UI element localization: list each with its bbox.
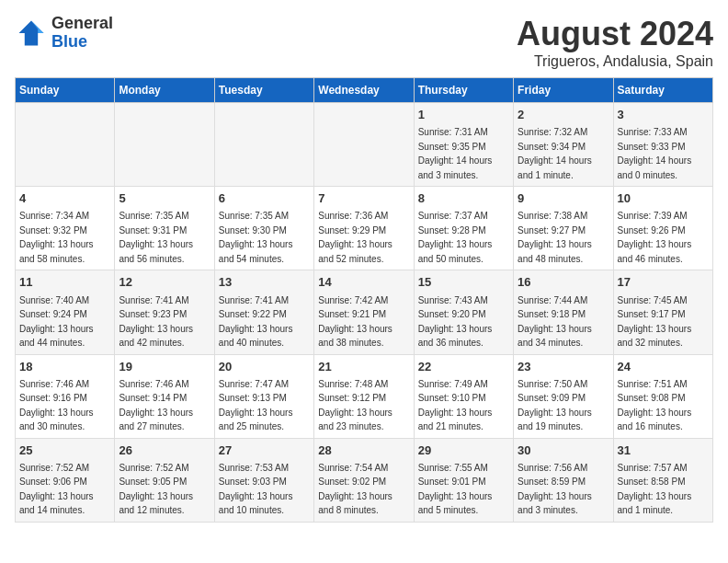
day-number: 2 bbox=[518, 107, 609, 123]
week-row-3: 11Sunrise: 7:40 AM Sunset: 9:24 PM Dayli… bbox=[16, 270, 713, 354]
day-number: 28 bbox=[318, 442, 409, 459]
header-cell-friday: Friday bbox=[514, 78, 613, 103]
day-number: 10 bbox=[618, 190, 709, 207]
day-info: Sunrise: 7:57 AM Sunset: 8:58 PM Dayligh… bbox=[618, 463, 692, 516]
day-number: 3 bbox=[618, 107, 709, 123]
logo-blue-text: Blue bbox=[51, 33, 113, 52]
calendar-table: SundayMondayTuesdayWednesdayThursdayFrid… bbox=[15, 77, 713, 523]
day-number: 23 bbox=[518, 359, 609, 375]
day-info: Sunrise: 7:41 AM Sunset: 9:23 PM Dayligh… bbox=[119, 295, 193, 349]
page-title: August 2024 bbox=[517, 15, 713, 53]
header-cell-wednesday: Wednesday bbox=[314, 78, 414, 103]
page-header: General Blue August 2024 Trigueros, Anda… bbox=[15, 15, 713, 70]
day-number: 15 bbox=[418, 274, 509, 291]
day-cell: 4Sunrise: 7:34 AM Sunset: 9:32 PM Daylig… bbox=[16, 187, 115, 270]
day-cell: 19Sunrise: 7:46 AM Sunset: 9:14 PM Dayli… bbox=[115, 354, 214, 438]
day-number: 8 bbox=[418, 190, 509, 207]
day-info: Sunrise: 7:45 AM Sunset: 9:17 PM Dayligh… bbox=[618, 295, 692, 349]
day-info: Sunrise: 7:50 AM Sunset: 9:09 PM Dayligh… bbox=[518, 379, 592, 432]
day-info: Sunrise: 7:33 AM Sunset: 9:33 PM Dayligh… bbox=[618, 127, 692, 180]
day-info: Sunrise: 7:48 AM Sunset: 9:12 PM Dayligh… bbox=[318, 379, 392, 432]
day-info: Sunrise: 7:52 AM Sunset: 9:05 PM Dayligh… bbox=[119, 463, 193, 516]
day-number: 18 bbox=[19, 359, 110, 375]
week-row-5: 25Sunrise: 7:52 AM Sunset: 9:06 PM Dayli… bbox=[16, 438, 713, 522]
header-cell-sunday: Sunday bbox=[16, 78, 115, 103]
day-number: 17 bbox=[618, 274, 709, 291]
day-cell bbox=[314, 103, 414, 187]
day-number: 19 bbox=[119, 359, 210, 375]
day-cell: 27Sunrise: 7:53 AM Sunset: 9:03 PM Dayli… bbox=[214, 438, 313, 522]
header-cell-thursday: Thursday bbox=[414, 78, 513, 103]
day-info: Sunrise: 7:31 AM Sunset: 9:35 PM Dayligh… bbox=[418, 127, 493, 180]
day-cell: 18Sunrise: 7:46 AM Sunset: 9:16 PM Dayli… bbox=[16, 354, 115, 438]
day-cell: 26Sunrise: 7:52 AM Sunset: 9:05 PM Dayli… bbox=[115, 438, 214, 522]
day-info: Sunrise: 7:38 AM Sunset: 9:27 PM Dayligh… bbox=[518, 211, 592, 264]
day-number: 31 bbox=[618, 442, 709, 459]
day-number: 22 bbox=[418, 359, 509, 375]
day-number: 20 bbox=[219, 359, 310, 375]
day-cell: 8Sunrise: 7:37 AM Sunset: 9:28 PM Daylig… bbox=[414, 187, 513, 270]
day-info: Sunrise: 7:53 AM Sunset: 9:03 PM Dayligh… bbox=[219, 463, 293, 516]
day-info: Sunrise: 7:32 AM Sunset: 9:34 PM Dayligh… bbox=[518, 127, 592, 180]
day-number: 11 bbox=[19, 274, 110, 291]
day-cell: 16Sunrise: 7:44 AM Sunset: 9:18 PM Dayli… bbox=[514, 270, 613, 354]
day-cell: 7Sunrise: 7:36 AM Sunset: 9:29 PM Daylig… bbox=[314, 187, 414, 270]
day-info: Sunrise: 7:56 AM Sunset: 8:59 PM Dayligh… bbox=[518, 463, 592, 516]
day-info: Sunrise: 7:54 AM Sunset: 9:02 PM Dayligh… bbox=[318, 463, 392, 516]
day-number: 26 bbox=[119, 442, 210, 459]
day-cell: 15Sunrise: 7:43 AM Sunset: 9:20 PM Dayli… bbox=[414, 270, 513, 354]
title-block: August 2024 Trigueros, Andalusia, Spain bbox=[517, 15, 713, 70]
day-number: 27 bbox=[219, 442, 310, 459]
day-cell: 2Sunrise: 7:32 AM Sunset: 9:34 PM Daylig… bbox=[514, 103, 613, 187]
day-number: 24 bbox=[618, 359, 709, 375]
day-info: Sunrise: 7:49 AM Sunset: 9:10 PM Dayligh… bbox=[418, 379, 493, 432]
day-number: 7 bbox=[318, 190, 409, 207]
day-info: Sunrise: 7:41 AM Sunset: 9:22 PM Dayligh… bbox=[219, 295, 293, 349]
day-info: Sunrise: 7:52 AM Sunset: 9:06 PM Dayligh… bbox=[19, 463, 94, 516]
day-info: Sunrise: 7:40 AM Sunset: 9:24 PM Dayligh… bbox=[19, 295, 94, 349]
day-number: 4 bbox=[19, 190, 110, 207]
day-info: Sunrise: 7:39 AM Sunset: 9:26 PM Dayligh… bbox=[618, 211, 692, 264]
day-cell: 10Sunrise: 7:39 AM Sunset: 9:26 PM Dayli… bbox=[613, 187, 712, 270]
day-cell: 21Sunrise: 7:48 AM Sunset: 9:12 PM Dayli… bbox=[314, 354, 414, 438]
day-info: Sunrise: 7:36 AM Sunset: 9:29 PM Dayligh… bbox=[318, 211, 392, 264]
day-number: 5 bbox=[119, 190, 210, 207]
header-cell-tuesday: Tuesday bbox=[214, 78, 313, 103]
day-info: Sunrise: 7:55 AM Sunset: 9:01 PM Dayligh… bbox=[418, 463, 493, 516]
logo-icon bbox=[15, 17, 48, 50]
day-number: 9 bbox=[518, 190, 609, 207]
day-cell: 25Sunrise: 7:52 AM Sunset: 9:06 PM Dayli… bbox=[16, 438, 115, 522]
day-cell: 17Sunrise: 7:45 AM Sunset: 9:17 PM Dayli… bbox=[613, 270, 712, 354]
day-cell: 24Sunrise: 7:51 AM Sunset: 9:08 PM Dayli… bbox=[613, 354, 712, 438]
day-cell: 11Sunrise: 7:40 AM Sunset: 9:24 PM Dayli… bbox=[16, 270, 115, 354]
week-row-4: 18Sunrise: 7:46 AM Sunset: 9:16 PM Dayli… bbox=[16, 354, 713, 438]
day-info: Sunrise: 7:37 AM Sunset: 9:28 PM Dayligh… bbox=[418, 211, 493, 264]
day-cell: 28Sunrise: 7:54 AM Sunset: 9:02 PM Dayli… bbox=[314, 438, 414, 522]
week-row-1: 1Sunrise: 7:31 AM Sunset: 9:35 PM Daylig… bbox=[16, 103, 713, 187]
day-info: Sunrise: 7:43 AM Sunset: 9:20 PM Dayligh… bbox=[418, 295, 493, 349]
day-info: Sunrise: 7:46 AM Sunset: 9:16 PM Dayligh… bbox=[19, 379, 94, 432]
day-cell: 6Sunrise: 7:35 AM Sunset: 9:30 PM Daylig… bbox=[214, 187, 313, 270]
day-cell: 3Sunrise: 7:33 AM Sunset: 9:33 PM Daylig… bbox=[613, 103, 712, 187]
day-number: 25 bbox=[19, 442, 110, 459]
day-cell: 20Sunrise: 7:47 AM Sunset: 9:13 PM Dayli… bbox=[214, 354, 313, 438]
day-cell: 14Sunrise: 7:42 AM Sunset: 9:21 PM Dayli… bbox=[314, 270, 414, 354]
day-info: Sunrise: 7:44 AM Sunset: 9:18 PM Dayligh… bbox=[518, 295, 592, 349]
day-info: Sunrise: 7:46 AM Sunset: 9:14 PM Dayligh… bbox=[119, 379, 193, 432]
day-number: 16 bbox=[518, 274, 609, 291]
day-cell bbox=[16, 103, 115, 187]
day-cell: 29Sunrise: 7:55 AM Sunset: 9:01 PM Dayli… bbox=[414, 438, 513, 522]
day-number: 30 bbox=[518, 442, 609, 459]
day-number: 21 bbox=[318, 359, 409, 375]
day-info: Sunrise: 7:35 AM Sunset: 9:30 PM Dayligh… bbox=[219, 211, 293, 264]
week-row-2: 4Sunrise: 7:34 AM Sunset: 9:32 PM Daylig… bbox=[16, 187, 713, 270]
header-cell-monday: Monday bbox=[115, 78, 214, 103]
logo-general-text: General bbox=[51, 15, 113, 33]
day-cell: 5Sunrise: 7:35 AM Sunset: 9:31 PM Daylig… bbox=[115, 187, 214, 270]
day-number: 13 bbox=[219, 274, 310, 291]
page-subtitle: Trigueros, Andalusia, Spain bbox=[517, 53, 713, 70]
day-info: Sunrise: 7:35 AM Sunset: 9:31 PM Dayligh… bbox=[119, 211, 193, 264]
header-row: SundayMondayTuesdayWednesdayThursdayFrid… bbox=[16, 78, 713, 103]
day-cell bbox=[115, 103, 214, 187]
day-number: 29 bbox=[418, 442, 509, 459]
